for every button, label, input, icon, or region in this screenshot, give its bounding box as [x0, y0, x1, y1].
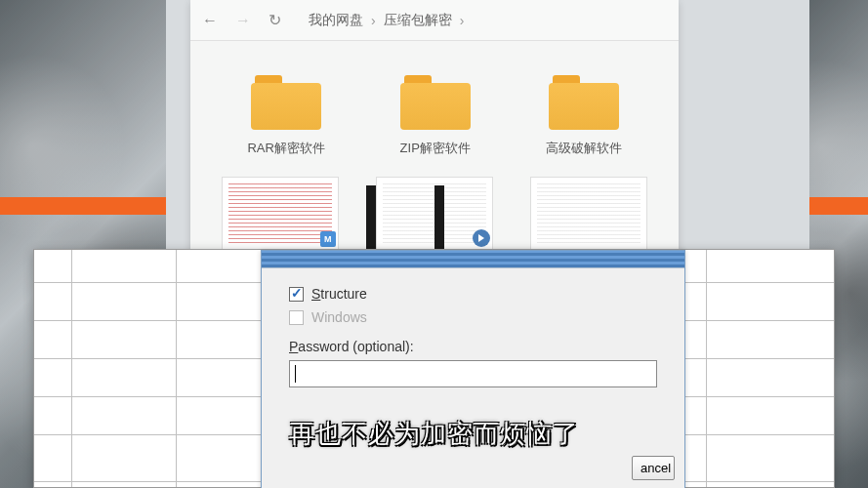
folder-icon: [251, 75, 321, 130]
breadcrumb: 我的网盘 › 压缩包解密 ›: [309, 12, 464, 29]
breadcrumb-sub[interactable]: 压缩包解密: [384, 12, 452, 29]
breadcrumb-root[interactable]: 我的网盘: [309, 12, 363, 29]
folder-icon: [400, 75, 471, 130]
folder-label: RAR解密软件: [247, 140, 324, 157]
export-dialog: Structure Windows Password (optional): a…: [261, 250, 685, 488]
text-cursor: [295, 365, 296, 383]
windows-label: Windows: [311, 309, 367, 325]
password-label: Password (optional):: [289, 339, 657, 354]
file-preview-item[interactable]: [530, 177, 647, 250]
refresh-icon[interactable]: ↻: [269, 11, 281, 29]
back-arrow-icon[interactable]: ←: [202, 12, 218, 29]
folder-item-zip[interactable]: ZIP解密软件: [400, 75, 471, 157]
dialog-body: Structure Windows Password (optional):: [262, 268, 684, 397]
chevron-right-icon: ›: [460, 13, 465, 28]
structure-checkbox-row[interactable]: Structure: [289, 286, 657, 302]
folder-label: 高级破解软件: [546, 140, 622, 157]
folder-item-advanced[interactable]: 高级破解软件: [546, 75, 622, 157]
folder-icon: [549, 75, 619, 130]
password-input[interactable]: [289, 360, 657, 387]
windows-checkbox-row: Windows: [289, 309, 657, 325]
forward-arrow-icon[interactable]: →: [235, 12, 251, 29]
dialog-button-row: ancel: [632, 456, 675, 480]
browser-toolbar: ← → ↻ 我的网盘 › 压缩包解密 ›: [190, 0, 679, 41]
folder-label: ZIP解密软件: [400, 140, 471, 157]
cancel-button[interactable]: ancel: [632, 456, 675, 480]
structure-checkbox[interactable]: [289, 287, 304, 302]
spreadsheet-window: Structure Windows Password (optional): a…: [33, 249, 835, 488]
structure-label: Structure: [311, 286, 367, 302]
decorative-bar-right: [809, 197, 868, 215]
word-badge-icon: M: [320, 231, 336, 247]
folder-grid: RAR解密软件 ZIP解密软件 高级破解软件: [190, 41, 679, 167]
decorative-bar-left: [0, 197, 166, 215]
play-icon: [473, 229, 490, 247]
chevron-right-icon: ›: [371, 13, 376, 28]
folder-item-rar[interactable]: RAR解密软件: [247, 75, 324, 157]
video-subtitle: 再也不必为加密而烦恼了: [289, 417, 579, 451]
windows-checkbox: [289, 310, 304, 325]
file-preview-item[interactable]: M: [222, 177, 339, 250]
dialog-title-bar: [262, 251, 684, 268]
